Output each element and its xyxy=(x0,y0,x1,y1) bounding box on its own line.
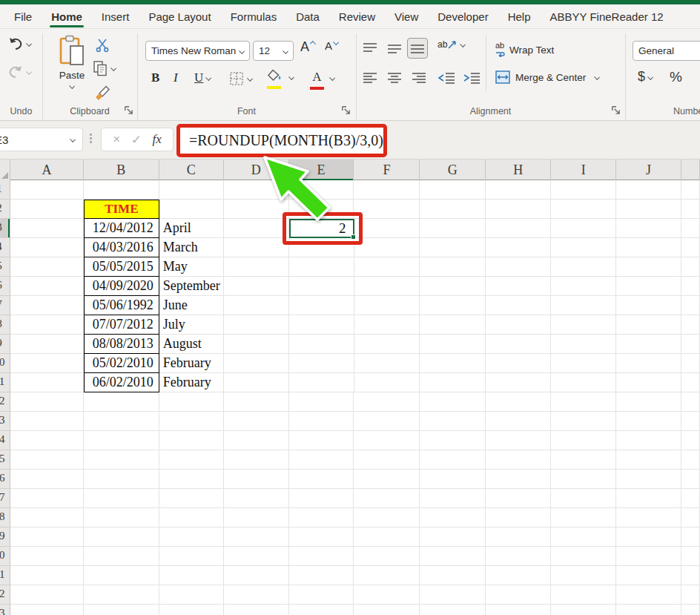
cell-K7[interactable] xyxy=(681,296,700,315)
format-painter-button[interactable] xyxy=(93,84,111,102)
cell-D17[interactable] xyxy=(224,489,289,508)
cell-G2[interactable] xyxy=(420,200,486,219)
cell-J13[interactable] xyxy=(616,412,681,431)
cell-C6[interactable]: September xyxy=(159,277,224,296)
cell-C5[interactable]: May xyxy=(159,257,224,277)
undo-button[interactable] xyxy=(7,36,31,51)
cell-I2[interactable] xyxy=(551,200,616,219)
cell-K19[interactable] xyxy=(681,527,700,547)
row-header-20[interactable]: 20 xyxy=(0,547,10,566)
fill-color-button[interactable] xyxy=(267,69,294,85)
column-header-B[interactable]: B xyxy=(84,159,159,180)
cell-E8[interactable] xyxy=(289,315,354,335)
cell-B6[interactable]: 04/09/2020 xyxy=(84,277,159,296)
font-color-chevron[interactable] xyxy=(329,75,335,81)
cell-D22[interactable] xyxy=(224,585,289,605)
font-color-button[interactable]: A xyxy=(310,70,334,86)
cell-G7[interactable] xyxy=(420,296,486,315)
column-header-E[interactable]: E xyxy=(289,159,354,180)
cell-E13[interactable] xyxy=(289,412,354,431)
cell-D19[interactable] xyxy=(224,527,289,547)
cell-K18[interactable] xyxy=(681,508,700,527)
row-header-13[interactable]: 13 xyxy=(0,412,10,431)
cell-F7[interactable] xyxy=(354,296,420,315)
cell-D23[interactable] xyxy=(224,605,289,615)
cell-A4[interactable] xyxy=(10,238,84,257)
cell-E23[interactable] xyxy=(289,605,354,615)
cell-I11[interactable] xyxy=(551,373,616,392)
cell-B8[interactable]: 07/07/2012 xyxy=(84,315,159,335)
cell-K22[interactable] xyxy=(681,585,700,605)
currency-button[interactable]: $ xyxy=(638,69,653,85)
cell-E4[interactable] xyxy=(289,238,354,257)
cell-H2[interactable] xyxy=(486,200,551,219)
cell-E20[interactable] xyxy=(289,547,354,566)
cell-I13[interactable] xyxy=(551,412,616,431)
cell-B14[interactable] xyxy=(84,431,159,450)
cell-A12[interactable] xyxy=(10,392,84,412)
cell-D14[interactable] xyxy=(224,431,289,450)
cell-E2[interactable] xyxy=(289,200,354,219)
cell-H19[interactable] xyxy=(486,527,551,547)
cell-K5[interactable] xyxy=(681,257,700,277)
cell-H8[interactable] xyxy=(486,315,551,335)
column-header-A[interactable]: A xyxy=(10,159,84,180)
cell-J16[interactable] xyxy=(616,470,681,489)
cell-K13[interactable] xyxy=(681,412,700,431)
cell-F18[interactable] xyxy=(354,508,420,527)
cell-G14[interactable] xyxy=(420,431,486,450)
cell-B7[interactable]: 05/06/1992 xyxy=(84,296,159,315)
cell-I20[interactable] xyxy=(551,547,616,566)
cell-C8[interactable]: July xyxy=(159,315,224,335)
row-header-4[interactable]: 4 xyxy=(0,238,10,257)
cell-C20[interactable] xyxy=(159,547,224,566)
cell-C4[interactable]: March xyxy=(159,238,224,257)
cell-D18[interactable] xyxy=(224,508,289,527)
cell-A13[interactable] xyxy=(10,412,84,431)
cancel-button[interactable]: × xyxy=(113,132,120,147)
cell-K2[interactable] xyxy=(681,200,700,219)
cell-B10[interactable]: 05/02/2010 xyxy=(84,354,159,373)
name-box[interactable]: E3 xyxy=(0,128,83,151)
cell-I17[interactable] xyxy=(551,489,616,508)
cell-D5[interactable] xyxy=(224,257,289,277)
cell-D2[interactable] xyxy=(224,200,289,219)
cell-A21[interactable] xyxy=(10,566,84,585)
cell-G15[interactable] xyxy=(420,450,486,470)
copy-button[interactable] xyxy=(92,60,116,76)
selected-result-cell-E3[interactable]: 2 xyxy=(289,219,354,238)
cell-D13[interactable] xyxy=(224,412,289,431)
cell-E12[interactable] xyxy=(289,392,354,412)
cell-D10[interactable] xyxy=(224,354,289,373)
cell-E1[interactable] xyxy=(289,180,354,200)
fill-color-chevron[interactable] xyxy=(288,74,294,80)
row-header-8[interactable]: 8 xyxy=(0,315,10,335)
cell-J12[interactable] xyxy=(616,392,681,412)
cell-D3[interactable] xyxy=(224,219,289,238)
cell-G11[interactable] xyxy=(420,373,486,392)
cell-A23[interactable] xyxy=(10,605,84,615)
cell-A8[interactable] xyxy=(10,315,84,335)
cell-F19[interactable] xyxy=(354,527,420,547)
cell-J17[interactable] xyxy=(616,489,681,508)
cell-G16[interactable] xyxy=(420,470,486,489)
cell-I16[interactable] xyxy=(551,470,616,489)
cell-G8[interactable] xyxy=(420,315,486,335)
cell-D11[interactable] xyxy=(224,373,289,392)
cell-C23[interactable] xyxy=(159,605,224,615)
cell-D7[interactable] xyxy=(224,296,289,315)
cell-F15[interactable] xyxy=(354,450,420,470)
row-header-18[interactable]: 18 xyxy=(0,508,10,527)
fill-handle[interactable] xyxy=(351,234,356,240)
cell-B13[interactable] xyxy=(84,412,159,431)
cell-K10[interactable] xyxy=(681,354,700,373)
cell-J1[interactable] xyxy=(616,180,681,200)
name-box-chevron[interactable] xyxy=(70,137,76,142)
cell-I23[interactable] xyxy=(551,605,616,615)
cell-F9[interactable] xyxy=(354,335,420,354)
cell-F10[interactable] xyxy=(354,354,420,373)
cell-J19[interactable] xyxy=(616,527,681,547)
cell-H21[interactable] xyxy=(486,566,551,585)
cell-I9[interactable] xyxy=(551,335,616,354)
align-bottom-button-active[interactable] xyxy=(407,38,428,59)
